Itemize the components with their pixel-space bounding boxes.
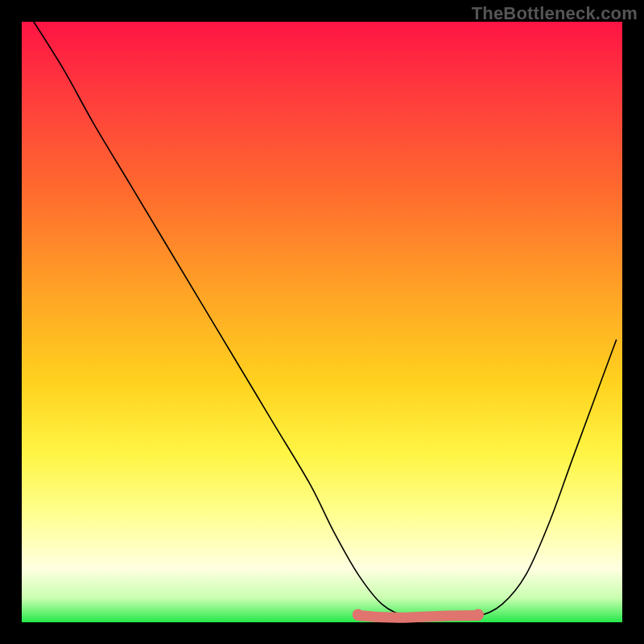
chart-container: TheBottleneck.com — [0, 0, 644, 644]
plot-area — [22, 22, 622, 622]
highlight-endcap-right — [473, 609, 484, 621]
bottleneck-curve-line — [34, 22, 617, 620]
flat-minimum-highlight — [358, 616, 478, 618]
curve-svg — [22, 22, 622, 622]
highlight-endcap-left — [353, 609, 364, 621]
